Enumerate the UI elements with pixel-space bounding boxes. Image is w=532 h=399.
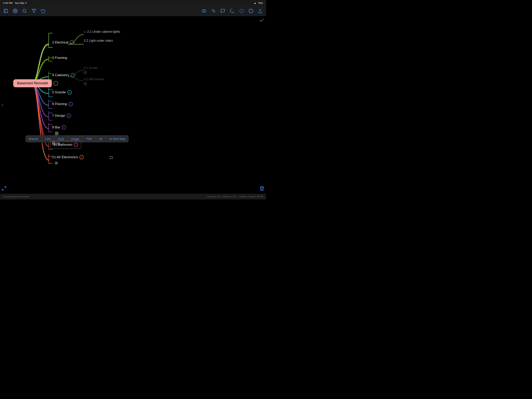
search-button[interactable] bbox=[22, 8, 27, 14]
modified-time: modified: Today, 4:38 PM bbox=[239, 195, 263, 198]
bottom-bar: /iCloud/Basement Remodel topic/word: 3/1… bbox=[0, 194, 266, 200]
circle-select-button[interactable] bbox=[239, 8, 244, 14]
branch-design[interactable]: 7 Design + bbox=[52, 114, 71, 118]
knobs-checkbox[interactable]: ✓ bbox=[84, 71, 87, 74]
filter-button[interactable] bbox=[31, 8, 37, 14]
at-button[interactable]: @ bbox=[96, 135, 106, 142]
file-path: /iCloud/Basement Remodel bbox=[3, 195, 29, 198]
lasso-button[interactable] bbox=[229, 8, 235, 14]
electrical-collapse-icon[interactable]: − bbox=[70, 40, 74, 45]
battery: 79% bbox=[258, 1, 263, 5]
branch-av-electronics[interactable]: 11 AV Electronics + bbox=[52, 155, 84, 159]
branch-av-label: 11 AV Electronics bbox=[52, 155, 78, 159]
sidebar-expand-button[interactable]: › bbox=[1, 102, 3, 108]
node-under-cabinet-lights[interactable]: ∨ 2.1 Under cabinet lights bbox=[84, 30, 120, 33]
wifi-icon: ▲ bbox=[254, 1, 256, 5]
node-light-under-stairs[interactable]: 2.2 Light under stairs bbox=[84, 39, 113, 42]
branch-flooring-label: 6 Flooring bbox=[52, 102, 67, 106]
delete-button[interactable] bbox=[259, 186, 265, 192]
root-collapse-icon[interactable]: − bbox=[53, 81, 58, 86]
branch-electrical-label: 2 Electrical bbox=[52, 40, 68, 45]
branch-design-label: 7 Design bbox=[52, 114, 65, 118]
root-node-label[interactable]: Basement Remodel bbox=[13, 79, 52, 87]
fullscreen-button[interactable] bbox=[1, 186, 7, 192]
branch-flooring[interactable]: 6 Flooring + bbox=[52, 102, 73, 106]
chevron-2-1-icon[interactable]: ∨ bbox=[84, 30, 86, 33]
bar-expand-icon[interactable]: + bbox=[62, 125, 66, 129]
design-expand-icon[interactable]: + bbox=[67, 114, 71, 118]
topic-word-stats: topic/word: 3/1, note/word: 1/27 bbox=[207, 195, 236, 198]
svg-point-2 bbox=[15, 10, 16, 12]
node-2-1-label: 2.1 Under cabinet lights bbox=[87, 30, 120, 33]
share-button[interactable] bbox=[257, 8, 263, 14]
node-4-1-label: 4.1 Knobs bbox=[84, 66, 98, 70]
bar-file-icon: ◻ bbox=[55, 132, 58, 135]
toolbar bbox=[0, 6, 266, 16]
av-expand-icon[interactable]: + bbox=[79, 155, 84, 159]
branch-framing-label: 3 Framing bbox=[52, 56, 67, 60]
date: Sun Mar 3 bbox=[15, 1, 26, 5]
sidebar-toggle-button[interactable] bbox=[3, 8, 9, 14]
bathroom-expand-icon[interactable]: + bbox=[74, 143, 78, 147]
pdf-button[interactable]: PDF bbox=[83, 135, 96, 142]
branch-bathroom[interactable]: 10 Bathroom + bbox=[50, 141, 81, 149]
svg-point-3 bbox=[23, 9, 26, 12]
branch-granite-label: 5 Granite bbox=[52, 90, 66, 94]
root-node[interactable]: Basement Remodel − bbox=[13, 79, 58, 87]
svg-point-9 bbox=[213, 11, 215, 13]
granite-expand-icon[interactable]: + bbox=[67, 90, 72, 95]
svg-marker-5 bbox=[32, 9, 36, 13]
group1-button[interactable] bbox=[201, 8, 207, 14]
undo-button[interactable] bbox=[40, 8, 46, 14]
svg-rect-0 bbox=[4, 9, 8, 13]
node-knobs[interactable]: 4.1 Knobs bbox=[84, 66, 98, 70]
time: 4:40 PM bbox=[3, 1, 13, 5]
svg-point-8 bbox=[212, 9, 214, 11]
node-2-2-label: 2.2 Light under stairs bbox=[84, 39, 113, 42]
branch-electrical[interactable]: 2 Electrical − bbox=[52, 40, 74, 45]
branch-bathroom-label: 10 Bathroom bbox=[53, 143, 72, 147]
cabinetry-collapse-icon[interactable]: − bbox=[71, 73, 75, 77]
settings-button[interactable] bbox=[13, 8, 18, 14]
comment-button[interactable] bbox=[220, 8, 226, 14]
svg-line-15 bbox=[5, 187, 6, 188]
node-microwave[interactable]: 4.2 Microwave bbox=[84, 77, 104, 81]
branch-bar-label: 8 Bar bbox=[52, 125, 60, 129]
branch-granite[interactable]: 5 Granite + bbox=[52, 90, 72, 95]
status-bar: 4:40 PM Sun Mar 3 ▲ 79% bbox=[0, 0, 266, 6]
svg-point-10 bbox=[240, 9, 243, 13]
selection-handle[interactable] bbox=[110, 156, 113, 159]
mindmap-connections bbox=[0, 16, 266, 194]
toolbar-right bbox=[201, 8, 263, 14]
branch-framing[interactable]: 3 Framing bbox=[52, 56, 67, 60]
group2-button[interactable] bbox=[211, 8, 216, 14]
toolbar-left bbox=[3, 8, 46, 14]
microwave-checkbox[interactable]: ✓ bbox=[84, 82, 87, 85]
to-new-map-button[interactable]: to New Map bbox=[106, 135, 129, 142]
branch-button[interactable]: Branch bbox=[25, 135, 42, 142]
branch-cabinetry-label: 4 Cabinetry bbox=[52, 73, 69, 77]
svg-line-4 bbox=[25, 12, 26, 13]
stats-right: topic/word: 3/1, note/word: 1/27 modifie… bbox=[207, 195, 263, 198]
check-icon[interactable] bbox=[259, 18, 265, 24]
branch-cabinetry[interactable]: 4 Cabinetry − bbox=[52, 73, 75, 77]
branch-bar[interactable]: 8 Bar + bbox=[52, 125, 66, 129]
info-button[interactable] bbox=[248, 8, 253, 14]
canvas[interactable]: Basement Remodel − 2 Electrical − ∨ 2.1 … bbox=[0, 16, 266, 194]
flooring-expand-icon[interactable]: + bbox=[69, 102, 73, 106]
node-4-2-label: 4.2 Microwave bbox=[84, 77, 104, 81]
av-file-icon bbox=[55, 162, 58, 164]
branch-bathroom-container[interactable]: 10 Bathroom + → bbox=[50, 141, 60, 145]
svg-line-16 bbox=[2, 189, 4, 190]
